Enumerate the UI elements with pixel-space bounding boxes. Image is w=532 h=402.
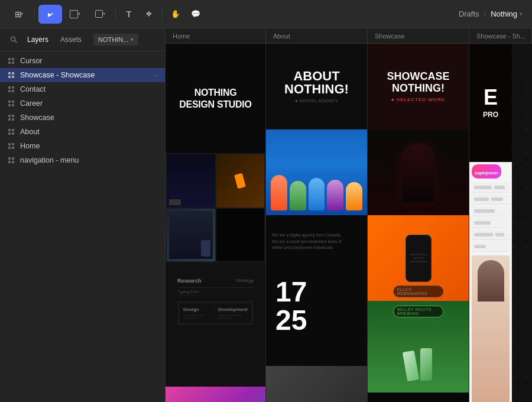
showcase2-e-heading: E [484,87,498,108]
showcase-frame-silhouette[interactable] [368,129,469,215]
svg-rect-15 [12,100,14,103]
layer-item-nav-menu[interactable]: navigation - menu [0,153,165,167]
about-column: ABOUT NOTHING! ● DIGITAL AGENCY [266,44,368,402]
sidebar-search-icon[interactable] [7,33,20,46]
toolbar-right: Drafts / Nothing ▾ [459,9,523,18]
sc2-cell-3a [474,209,495,213]
showcase-frame-kinetica[interactable]: K Kinetica THE COMPANION [368,393,469,402]
home-column: NOTHING DESIGN STUDIO [166,44,266,402]
about-desc-text: We are a digital agency from Canada.We a… [272,232,361,251]
about-frame-people[interactable] [266,129,367,215]
layer-item-cursor[interactable]: Cursor [0,54,165,68]
about-frame-team[interactable] [266,366,367,402]
shape-icon [95,10,103,18]
layer-item-showcase-showcase[interactable]: Showcase - Showcase ▸ [0,68,165,82]
home-frame-title[interactable]: NOTHING DESIGN STUDIO [166,44,265,153]
layer-grid-icon-home [7,142,15,150]
showcase-frame-can[interactable]: WILLEY ROOTS BREWING [368,301,469,393]
layer-name-showcase: Showcase [20,114,158,122]
text-tool-button[interactable]: T [119,5,138,24]
layer-grid-icon-career [7,99,15,108]
showcase-frame-orange[interactable]: ELLOS REBRANDING [368,215,469,301]
layer-item-home[interactable]: Home [0,139,165,153]
page-header-about-label: About [273,33,290,40]
svg-line-1 [15,41,17,43]
person-1 [271,175,287,210]
person-2 [290,181,306,210]
svg-rect-20 [8,118,11,121]
sc2-row-3 [472,206,510,216]
sc2-cell-5a [474,233,493,236]
svg-rect-5 [12,61,14,64]
main-area: Layers Assets NOTHIN... ▾ Cursor Showcas… [0,28,532,402]
willey-roots-badge: WILLEY ROOTS BREWING [393,306,444,317]
breadcrumb-drafts[interactable]: Drafts [459,9,479,18]
page-selector-label: NOTHIN... [98,36,128,43]
sc2-row-2 [472,194,510,205]
about-people-group [266,170,367,215]
about-subtitle: ● DIGITAL AGENCY [295,98,338,103]
showcase-cans [405,348,432,381]
cursor-arrow-icon: ▾ [51,11,53,17]
person-4 [327,180,343,210]
sc2-row-4 [472,218,510,228]
page-header-home-label: Home [173,33,190,40]
home-grid-cell-3 [167,209,215,262]
layer-item-about[interactable]: About [0,125,165,139]
home-frame-grid[interactable] [166,153,265,262]
component-tool-button[interactable]: ❖ [140,5,158,24]
canvas-area[interactable]: Home About Showcase Showcase - Sh... NOT… [166,28,532,402]
home-frame-purple[interactable] [166,387,265,402]
sc2-cell-1b [494,186,505,189]
about-frame-numbers[interactable]: 17 25 [266,268,367,366]
about-frame-title[interactable]: ABOUT NOTHING! ● DIGITAL AGENCY [266,44,367,129]
tab-layers[interactable]: Layers [22,33,53,46]
svg-rect-27 [12,143,14,145]
text-icon: T [126,9,132,19]
shape-tool-button[interactable]: ▾ [88,5,112,24]
svg-rect-28 [8,147,11,149]
breadcrumb-separator: / [484,9,486,18]
toolbar-separator-2 [115,8,116,21]
svg-rect-29 [12,147,14,149]
service-dev-label: Development [218,307,248,312]
cursor-tool-button[interactable]: ▸ ▾ [38,5,62,24]
sc2-cell-2b [491,197,503,201]
svg-rect-30 [8,157,11,160]
page-header-home: Home [166,28,266,43]
page-selector[interactable]: NOTHIN... ▾ [93,34,138,46]
showcase2-frame-table[interactable]: superpower [469,162,512,402]
frames-area: NOTHING DESIGN STUDIO [166,44,532,402]
showcase2-frame-heading[interactable]: E PRO [469,44,512,162]
service-row-1: Research Strategy [177,274,254,288]
showcase-silhouette-shape [402,143,434,202]
toolbar: ⊞ ▾ ▸ ▾ ▾ ▾ T ❖ ✋ 💬 Draf [0,0,532,28]
layer-name-career: Career [20,99,158,108]
page-headers-bar: Home About Showcase Showcase - Sh... [166,28,532,44]
page-header-showcase: Showcase [368,28,469,43]
page-header-showcase-label: Showcase [375,33,405,40]
service-design-bar2 [183,317,199,319]
layer-item-showcase[interactable]: Showcase [0,111,165,125]
superpower-label: superpower [475,171,498,175]
ellos-rebranding-badge: ELLOS REBRANDING [393,286,444,297]
breadcrumb-current-page[interactable]: Nothing ▾ [491,9,523,18]
showcase-frame-title[interactable]: SHOWCASE NOTHING! ● SELECTED WORK [368,44,469,129]
phone-line-2 [413,257,424,259]
hand-tool-button[interactable]: ✋ [166,5,185,24]
layer-item-contact[interactable]: Contact [0,82,165,96]
about-title-line2: NOTHING! [284,83,349,96]
page-header-showcase2-label: Showcase - Sh... [476,33,525,40]
about-title-line1: ABOUT [284,70,349,83]
comment-tool-button[interactable]: 💬 [186,5,205,24]
about-frame-desc[interactable]: We are a digital agency from Canada.We a… [266,215,367,268]
grid-tool-button[interactable]: ⊞ ▾ [7,5,31,24]
home-frame-services[interactable]: Research Strategy Typing First Design [166,262,265,387]
layer-grid-icon-showcase-showcase [7,71,15,79]
sidebar: Layers Assets NOTHIN... ▾ Cursor Showcas… [0,28,166,402]
svg-rect-13 [12,90,14,92]
tab-assets[interactable]: Assets [56,33,86,46]
layer-item-career[interactable]: Career [0,96,165,111]
frame-tool-button[interactable]: ▾ [63,5,87,24]
svg-rect-21 [12,118,14,121]
